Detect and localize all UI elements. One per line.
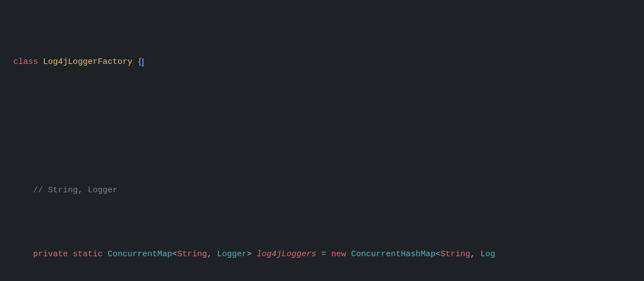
var-log4jloggers: log4jLoggers [257, 250, 316, 259]
type-concurrenthashmap: ConcurrentHashMap [351, 250, 435, 259]
comment-string-logger: // String, Logger [13, 186, 118, 195]
keyword-new: new [331, 250, 346, 259]
type-string2: String [440, 250, 470, 259]
code-line-1: class Log4jLoggerFactory { [0, 56, 644, 68]
type-concurrentmap: ConcurrentMap [108, 250, 172, 259]
code-line-2 [0, 120, 644, 132]
code-line-3: // String, Logger [0, 184, 644, 197]
code-line-4: private static ConcurrentMap<String, Log… [0, 248, 644, 261]
keyword-private: private [33, 250, 68, 259]
keyword-class: class [13, 57, 38, 67]
type-log-truncated: Log [480, 250, 495, 259]
type-string: String [177, 250, 207, 259]
type-logger: Logger [217, 250, 247, 259]
keyword-static: static [73, 250, 103, 259]
cursor [142, 58, 143, 67]
code-editor: class Log4jLoggerFactory { // String, Lo… [0, 0, 644, 281]
class-name: Log4jLoggerFactory [43, 57, 132, 67]
